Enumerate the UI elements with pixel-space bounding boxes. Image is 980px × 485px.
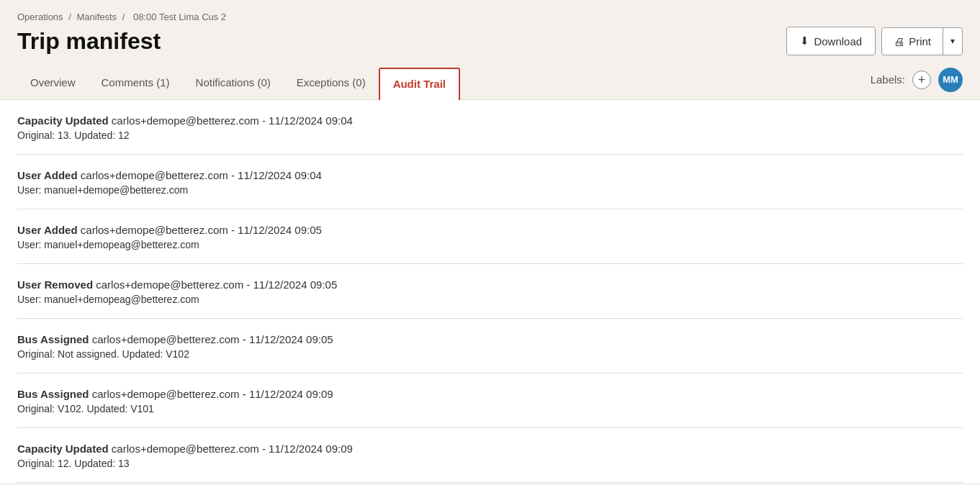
audit-title-line: User Removed carlos+demope@betterez.com …	[17, 278, 963, 291]
page-title: Trip manifest	[17, 28, 161, 55]
tabs-right: Labels: + MM	[871, 68, 963, 99]
audit-meta: carlos+demope@betterez.com - 11/12/2024 …	[89, 388, 333, 400]
audit-entry: User Removed carlos+demope@betterez.com …	[17, 264, 963, 319]
tabs-bar: Overview Comments (1) Notifications (0) …	[0, 67, 980, 100]
audit-detail: User: manuel+demope@betterez.com	[17, 184, 963, 196]
audit-entry: Capacity Updated carlos+demope@betterez.…	[17, 100, 963, 155]
audit-entry: Capacity Updated carlos+demope@betterez.…	[17, 428, 963, 483]
audit-entry: Bus Assigned carlos+demope@betterez.com …	[17, 319, 963, 373]
breadcrumb: Operations / Manifests / 08:00 Test Lima…	[17, 12, 963, 22]
tab-audit-trail[interactable]: Audit Trail	[379, 68, 460, 100]
audit-meta: carlos+demope@betterez.com - 11/12/2024 …	[78, 224, 322, 236]
tab-overview[interactable]: Overview	[17, 68, 89, 99]
audit-action: User Removed	[17, 278, 93, 291]
audit-action: User Added	[17, 169, 78, 181]
breadcrumb-sep1: /	[68, 12, 71, 22]
audit-entry: Bus Assigned carlos+demope@betterez.com …	[17, 373, 963, 428]
audit-detail: User: manuel+demopeag@betterez.com	[17, 294, 963, 305]
audit-title-line: Bus Assigned carlos+demope@betterez.com …	[17, 388, 963, 400]
audit-detail: User: manuel+demopeag@betterez.com	[17, 239, 963, 250]
audit-meta: carlos+demope@betterez.com - 11/12/2024 …	[109, 443, 353, 455]
print-button[interactable]: 🖨 Print	[882, 28, 943, 55]
breadcrumb-trip: 08:00 Test Lima Cus 2	[133, 12, 226, 22]
download-icon: ⬇	[800, 35, 809, 47]
audit-detail: Original: 13. Updated: 12	[17, 130, 963, 141]
audit-meta: carlos+demope@betterez.com - 11/12/2024 …	[89, 333, 333, 345]
print-button-group[interactable]: 🖨 Print ▾	[881, 27, 963, 55]
audit-title-line: User Added carlos+demope@betterez.com - …	[17, 169, 963, 181]
print-icon: 🖨	[894, 35, 904, 47]
audit-action: Capacity Updated	[17, 443, 109, 455]
audit-entry: User Added carlos+demope@betterez.com - …	[17, 209, 963, 264]
breadcrumb-manifests[interactable]: Manifests	[76, 12, 117, 22]
audit-title-line: Capacity Updated carlos+demope@betterez.…	[17, 443, 963, 455]
labels-add-button[interactable]: +	[912, 71, 931, 89]
audit-meta: carlos+demope@betterez.com - 11/12/2024 …	[78, 169, 322, 181]
breadcrumb-sep2: /	[122, 12, 125, 22]
labels-text: Labels:	[871, 73, 905, 86]
audit-meta: carlos+demope@betterez.com - 11/12/2024 …	[109, 114, 353, 127]
header-buttons: ⬇ Download 🖨 Print ▾	[786, 27, 963, 55]
audit-detail: Original: 12. Updated: 13	[17, 458, 963, 469]
print-dropdown-arrow[interactable]: ▾	[943, 29, 962, 53]
audit-action: Capacity Updated	[17, 114, 109, 127]
audit-title-line: Capacity Updated carlos+demope@betterez.…	[17, 114, 963, 127]
audit-entry: User Added carlos+demope@betterez.com - …	[17, 155, 963, 209]
breadcrumb-operations[interactable]: Operations	[17, 12, 63, 22]
audit-action: Bus Assigned	[17, 388, 89, 400]
tab-comments[interactable]: Comments (1)	[89, 68, 183, 99]
audit-meta: carlos+demope@betterez.com - 11/12/2024 …	[93, 278, 337, 291]
audit-action: Bus Assigned	[17, 333, 89, 345]
print-label: Print	[909, 35, 931, 47]
audit-detail: Original: V102. Updated: V101	[17, 403, 963, 414]
audit-action: User Added	[17, 224, 78, 236]
download-button[interactable]: ⬇ Download	[786, 27, 876, 55]
audit-trail-content: Capacity Updated carlos+demope@betterez.…	[0, 100, 980, 483]
audit-title-line: Bus Assigned carlos+demope@betterez.com …	[17, 333, 963, 345]
tab-notifications[interactable]: Notifications (0)	[183, 68, 284, 99]
audit-detail: Original: Not assigned. Updated: V102	[17, 348, 963, 360]
user-avatar[interactable]: MM	[938, 68, 963, 92]
tab-exceptions[interactable]: Exceptions (0)	[284, 68, 379, 99]
tabs-list: Overview Comments (1) Notifications (0) …	[17, 67, 460, 99]
download-label: Download	[814, 35, 862, 47]
audit-title-line: User Added carlos+demope@betterez.com - …	[17, 224, 963, 236]
